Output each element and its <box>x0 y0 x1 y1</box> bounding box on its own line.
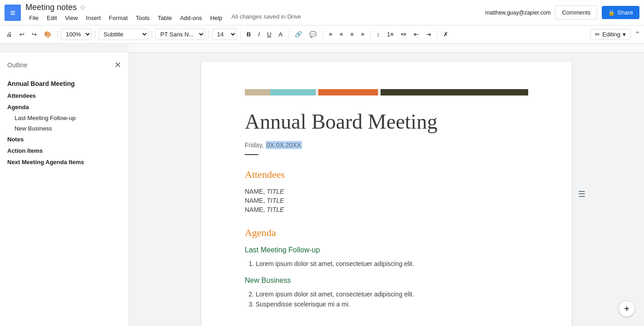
style-select[interactable]: Subtitle <box>99 29 149 40</box>
share-label: Share <box>617 9 633 16</box>
clear-format-button[interactable]: ✗ <box>441 29 451 40</box>
outline-item-action-items[interactable]: Action Items <box>0 145 129 156</box>
align-justify-button[interactable]: ≡ <box>358 29 367 40</box>
attendee-3-name: NAME, <box>245 206 267 213</box>
document-outline-sidebar: Outline ✕ Annual Board Meeting Attendees… <box>0 53 129 326</box>
doc-title-area: Meeting notes ☆ File Edit View Insert Fo… <box>25 3 485 23</box>
paint-format-button[interactable]: 🎨 <box>41 29 54 40</box>
new-business-item-1: Lorem ipsum dolor sit amet, consectetuer… <box>256 289 528 299</box>
redo-button[interactable]: ↪ <box>29 29 40 40</box>
attendee-2-title: TITLE <box>267 197 284 204</box>
outline-item-notes[interactable]: Notes <box>0 134 129 145</box>
menu-help[interactable]: Help <box>207 13 226 23</box>
doc-title[interactable]: Meeting notes <box>25 3 77 12</box>
user-email: matthew.guay@zapier.com <box>485 10 550 16</box>
attendee-3-title: TITLE <box>267 206 284 213</box>
attendee-1-name: NAME, <box>245 188 267 195</box>
divider-5 <box>240 30 241 39</box>
outline-title: Outline <box>7 61 27 69</box>
sidebar-header: Outline ✕ <box>0 60 129 77</box>
text-color-button[interactable]: A <box>276 29 285 40</box>
color-segment-1 <box>245 89 270 95</box>
zoom-add-button[interactable]: + <box>619 301 635 317</box>
editing-label: Editing <box>602 31 620 38</box>
last-meeting-item-1: Lorem ipsum dolor sit amet, consectetuer… <box>256 259 528 269</box>
attendees-heading: Attendees <box>245 169 528 181</box>
divider-3 <box>152 30 152 39</box>
new-business-list: Lorem ipsum dolor sit amet, consectetuer… <box>256 289 528 310</box>
divider-9 <box>437 30 437 39</box>
share-button[interactable]: 🔒 Share <box>602 6 639 19</box>
document-page: Annual Board Meeting Friday, 0X.0X.20XX … <box>201 62 572 326</box>
underline-button[interactable]: U <box>264 29 274 40</box>
new-business-item-2: Suspendisse scelerisque mi a mi. <box>256 299 528 309</box>
color-segment-6 <box>381 89 528 95</box>
lock-icon: 🔒 <box>608 10 615 16</box>
top-bar: ≡ Meeting notes ☆ File Edit View Insert … <box>0 0 644 25</box>
toolbar: 🖨 ↩ ↪ 🎨 100% Subtitle PT Sans N... 14 B … <box>0 25 644 44</box>
side-comment-icon[interactable]: ☰ <box>578 189 585 199</box>
saved-status: All changes saved in Drive <box>232 13 301 23</box>
outline-item-next-meeting[interactable]: Next Meeting Agenda Items <box>0 156 129 168</box>
attendee-1-title: TITLE <box>267 188 284 195</box>
new-business-subheading: New Business <box>245 276 528 285</box>
document-date: Friday, 0X.0X.20XX <box>245 141 528 149</box>
font-size-select[interactable]: 14 <box>212 29 237 40</box>
menu-view[interactable]: View <box>61 13 81 23</box>
attendee-3: NAME, TITLE <box>245 206 528 213</box>
comments-button[interactable]: Comments <box>555 5 597 20</box>
italic-button[interactable]: I <box>255 29 263 40</box>
align-right-button[interactable]: ≡ <box>347 29 357 40</box>
link-button[interactable]: 🔗 <box>292 29 305 40</box>
outline-item-attendees[interactable]: Attendees <box>0 90 129 101</box>
agenda-heading: Agenda <box>245 227 528 239</box>
line-spacing-button[interactable]: ↕ <box>374 29 382 40</box>
close-outline-button[interactable]: ✕ <box>114 60 121 70</box>
align-left-button[interactable]: ≡ <box>326 29 335 40</box>
editing-mode-selector[interactable]: ✏ Editing ▾ <box>590 29 631 40</box>
menu-addons[interactable]: Add-ons <box>176 13 205 23</box>
date-value[interactable]: 0X.0X.20XX <box>266 141 302 149</box>
attendee-2-name: NAME, <box>245 197 267 204</box>
font-select[interactable]: PT Sans N... <box>155 29 205 40</box>
color-segment-2 <box>270 89 316 95</box>
bullet-list-button[interactable]: •≡ <box>398 29 409 40</box>
numbered-list-button[interactable]: 1≡ <box>384 29 396 40</box>
outline-item-last-meeting[interactable]: Last Meeting Follow-up <box>0 113 129 123</box>
doc-divider <box>245 154 258 155</box>
doc-title-row: Meeting notes ☆ <box>25 3 485 12</box>
menu-table[interactable]: Table <box>154 13 175 23</box>
outline-item-agenda[interactable]: Agenda <box>0 101 129 113</box>
edit-pencil-icon: ✏ <box>595 31 600 38</box>
menu-format[interactable]: Format <box>105 13 131 23</box>
bold-button[interactable]: B <box>244 29 253 40</box>
menu-edit[interactable]: Edit <box>43 13 60 23</box>
menu-insert[interactable]: Insert <box>82 13 104 23</box>
divider-8 <box>370 30 371 39</box>
outline-item-new-business[interactable]: New Business <box>0 123 129 134</box>
divider-2 <box>95 30 95 39</box>
increase-indent-button[interactable]: ⇥ <box>423 29 434 40</box>
print-button[interactable]: 🖨 <box>4 29 15 40</box>
decrease-indent-button[interactable]: ⇤ <box>411 29 421 40</box>
last-meeting-subheading: Last Meeting Follow-up <box>245 246 528 254</box>
collapse-toolbar-button[interactable]: ⌃ <box>634 30 640 39</box>
menu-file[interactable]: File <box>25 13 42 23</box>
document-area: Annual Board Meeting Friday, 0X.0X.20XX … <box>129 53 644 326</box>
zoom-select[interactable]: 100% <box>61 29 92 40</box>
date-prefix: Friday, <box>245 141 266 149</box>
comment-button[interactable]: 💬 <box>307 29 319 40</box>
agenda-section: Agenda Last Meeting Follow-up Lorem ipsu… <box>245 227 528 309</box>
color-bar <box>245 89 528 95</box>
divider-6 <box>288 30 289 39</box>
chevron-down-icon: ▾ <box>623 31 626 38</box>
attendees-section: Attendees NAME, TITLE NAME, TITLE NAME, … <box>245 169 528 213</box>
menu-tools[interactable]: Tools <box>132 13 153 23</box>
outline-item-annual-board-meeting[interactable]: Annual Board Meeting <box>0 77 129 90</box>
hamburger-icon: ≡ <box>10 8 15 17</box>
undo-button[interactable]: ↩ <box>17 29 27 40</box>
align-center-button[interactable]: ≡ <box>337 29 346 40</box>
divider-7 <box>322 30 323 39</box>
app-icon[interactable]: ≡ <box>5 5 21 21</box>
star-icon[interactable]: ☆ <box>79 3 86 12</box>
